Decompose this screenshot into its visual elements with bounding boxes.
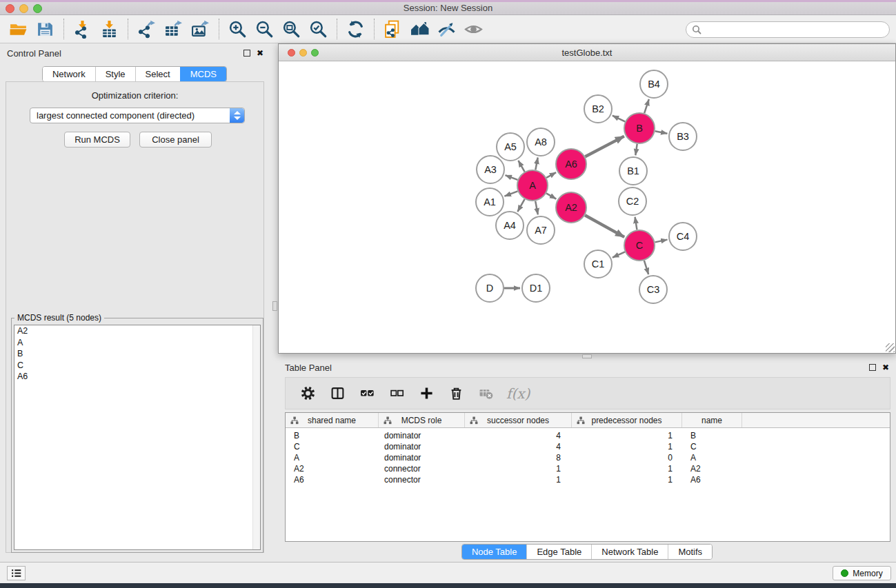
edge-A2-C[interactable] <box>585 215 624 237</box>
refresh-layout-button[interactable] <box>344 18 366 40</box>
open-file-button[interactable] <box>7 18 29 40</box>
tab-network[interactable]: Network <box>43 67 95 81</box>
column-header-predecessor-nodes[interactable]: predecessor nodes <box>572 413 682 427</box>
table-cell[interactable]: C <box>682 441 742 452</box>
table-cell[interactable]: C <box>286 441 379 452</box>
zoom-in-button[interactable] <box>226 18 248 40</box>
edge-A-A3[interactable] <box>506 175 518 180</box>
import-table-button[interactable] <box>98 18 120 40</box>
memory-button[interactable]: Memory <box>833 566 891 580</box>
close-panel-icon[interactable]: ✖ <box>257 49 263 57</box>
zoom-fit-button[interactable] <box>280 18 302 40</box>
table-row[interactable]: A6connector11A6 <box>286 474 890 485</box>
trash-button[interactable] <box>447 385 465 403</box>
add-button[interactable] <box>417 385 435 403</box>
edge-B-B3[interactable] <box>655 131 668 133</box>
edge-A-A5[interactable] <box>518 161 524 172</box>
edge-A6-B[interactable] <box>585 136 624 157</box>
table-cell[interactable]: A2 <box>682 463 742 474</box>
table-cell[interactable]: dominator <box>379 452 465 463</box>
table-cell[interactable]: 1 <box>465 463 572 474</box>
columns-button[interactable] <box>328 385 346 403</box>
edge-B-B4[interactable] <box>644 99 649 113</box>
table-row[interactable]: Adominator80A <box>286 452 890 463</box>
edge-C-C3[interactable] <box>644 261 648 274</box>
table-cell[interactable]: 8 <box>465 452 572 463</box>
column-header-MCDS-role[interactable]: MCDS role <box>379 413 465 427</box>
table-cell[interactable]: connector <box>379 474 465 485</box>
tab-select[interactable]: Select <box>135 67 180 81</box>
tab-edge-table[interactable]: Edge Table <box>526 545 591 559</box>
mcds-result-item[interactable]: A <box>14 337 260 349</box>
import-network-button[interactable] <box>71 18 93 40</box>
edge-A-A4[interactable] <box>517 199 524 212</box>
close-table-panel-icon[interactable]: ✖ <box>882 363 889 372</box>
zoom-selected-button[interactable] <box>307 18 329 40</box>
export-image-button[interactable] <box>189 18 211 40</box>
window-resize-grip[interactable] <box>886 343 895 352</box>
clear-table-button[interactable] <box>477 385 495 403</box>
birdseye-view-button[interactable] <box>462 18 484 40</box>
vertical-divider-grip[interactable] <box>272 301 277 311</box>
list-scrollbar-track[interactable] <box>252 325 260 549</box>
tab-mcds[interactable]: MCDS <box>180 67 226 81</box>
edge-A-A2[interactable] <box>546 193 556 199</box>
table-cell[interactable]: 4 <box>465 441 572 452</box>
close-panel-button[interactable]: Close panel <box>139 132 212 148</box>
edge-A-A6[interactable] <box>546 172 556 178</box>
mcds-result-list[interactable]: A2ABCA6 <box>14 325 261 550</box>
table-cell[interactable]: 1 <box>572 463 682 474</box>
edge-C-C4[interactable] <box>655 240 668 243</box>
table-cell[interactable]: A <box>286 452 379 463</box>
search-input[interactable] <box>701 23 889 37</box>
select-all-button[interactable] <box>358 385 376 403</box>
mcds-result-item[interactable]: A6 <box>14 371 260 383</box>
zoom-out-button[interactable] <box>253 18 275 40</box>
network-graph[interactable]: AA1A2A3A4A5A6A7A8BB1B2B3B4CC1C2C3C4DD1 <box>279 61 895 353</box>
export-table-button[interactable] <box>162 18 184 40</box>
export-network-button[interactable] <box>135 18 157 40</box>
float-panel-icon[interactable] <box>243 50 250 57</box>
column-header-name[interactable]: name <box>682 413 742 427</box>
table-cell[interactable]: connector <box>379 463 465 474</box>
hide-graphics-details-button[interactable] <box>435 18 457 40</box>
table-cell[interactable]: B <box>682 430 742 441</box>
edge-B-B2[interactable] <box>613 116 625 122</box>
search-box[interactable] <box>686 21 890 38</box>
table-cell[interactable]: dominator <box>379 430 465 441</box>
home-view-button[interactable] <box>408 18 430 40</box>
table-row[interactable]: A2connector11A2 <box>286 463 890 474</box>
table-cell[interactable]: 1 <box>465 474 572 485</box>
run-mcds-button[interactable]: Run MCDS <box>64 132 130 148</box>
column-header-successor-nodes[interactable]: successor nodes <box>465 413 572 427</box>
show-panels-button[interactable] <box>7 566 26 580</box>
network-canvas[interactable]: AA1A2A3A4A5A6A7A8BB1B2B3B4CC1C2C3C4DD1 <box>279 61 895 353</box>
mcds-result-item[interactable]: C <box>14 360 260 372</box>
tab-motifs[interactable]: Motifs <box>668 545 712 559</box>
table-cell[interactable]: A2 <box>286 463 379 474</box>
deselect-all-button[interactable] <box>388 385 406 403</box>
table-cell[interactable]: 1 <box>572 430 682 441</box>
edge-B-B1[interactable] <box>635 144 637 155</box>
tab-style[interactable]: Style <box>95 67 135 81</box>
save-session-button[interactable] <box>34 18 56 40</box>
table-cell[interactable]: 1 <box>572 441 682 452</box>
float-table-panel-icon[interactable] <box>869 364 876 371</box>
edge-C-C1[interactable] <box>613 252 625 257</box>
gear-button[interactable] <box>299 385 317 403</box>
tab-network-table[interactable]: Network Table <box>591 545 668 559</box>
mcds-result-item[interactable]: A2 <box>14 325 260 337</box>
network-window-titlebar[interactable]: testGlobe.txt <box>279 44 895 61</box>
edge-C-C2[interactable] <box>635 217 637 230</box>
duplicate-network-button[interactable] <box>381 18 404 40</box>
table-row[interactable]: Cdominator41C <box>286 441 890 452</box>
function-button[interactable]: f(x) <box>506 385 530 403</box>
edge-A-A8[interactable] <box>535 158 537 170</box>
table-cell[interactable]: A <box>682 452 742 463</box>
table-cell[interactable]: 0 <box>572 452 682 463</box>
table-cell[interactable]: 1 <box>572 474 682 485</box>
mcds-result-item[interactable]: B <box>14 348 260 360</box>
table-cell[interactable]: B <box>286 430 379 441</box>
table-cell[interactable]: 4 <box>465 430 572 441</box>
table-cell[interactable]: A6 <box>682 474 742 485</box>
